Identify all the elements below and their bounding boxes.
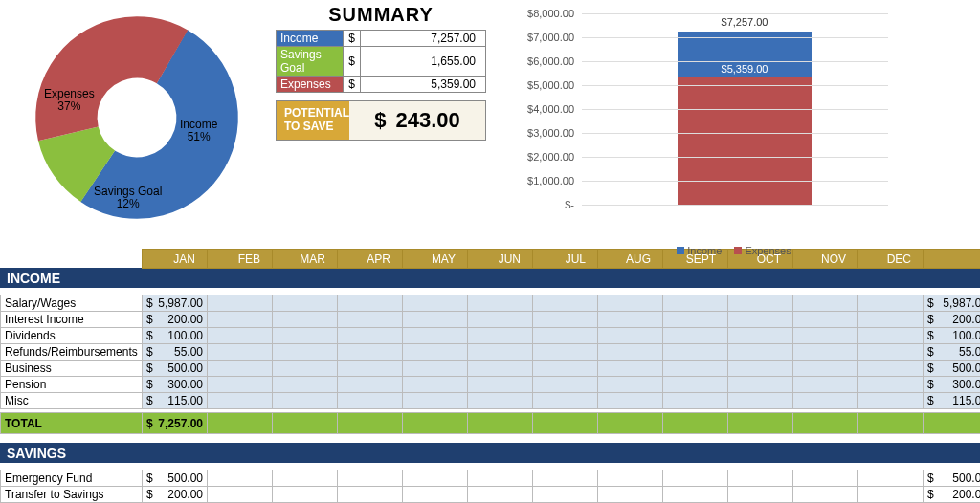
cell[interactable] [533,487,598,503]
cell[interactable]: $200.00 [143,487,208,503]
cell[interactable] [663,393,728,409]
cell[interactable] [793,295,858,312]
cell[interactable] [663,312,728,328]
cell[interactable] [663,470,728,487]
cell[interactable] [403,361,468,377]
cell[interactable] [793,328,858,344]
cell[interactable] [273,377,338,393]
cell[interactable] [208,295,273,312]
cell[interactable] [208,393,273,409]
cell[interactable] [793,361,858,377]
cell[interactable] [468,361,533,377]
cell[interactable] [533,344,598,361]
cell[interactable] [858,328,924,344]
cell[interactable]: $300.00 [143,377,208,393]
cell[interactable] [273,328,338,344]
cell[interactable] [533,295,598,312]
cell[interactable] [273,470,338,487]
cell[interactable] [663,487,728,503]
cell[interactable] [468,312,533,328]
cell[interactable] [533,393,598,409]
cell[interactable] [858,361,924,377]
cell[interactable] [338,328,403,344]
cell[interactable] [793,344,858,361]
cell[interactable] [338,487,403,503]
cell[interactable]: $55.00 [143,344,208,361]
cell[interactable] [793,377,858,393]
cell[interactable] [663,295,728,312]
cell[interactable] [208,361,273,377]
cell[interactable] [858,470,924,487]
cell[interactable] [728,312,793,328]
cell[interactable] [728,487,793,503]
cell[interactable] [208,328,273,344]
cell[interactable] [273,295,338,312]
cell[interactable] [273,393,338,409]
cell[interactable] [208,377,273,393]
cell[interactable] [338,344,403,361]
cell[interactable] [533,470,598,487]
cell[interactable] [728,377,793,393]
cell[interactable] [598,487,663,503]
cell[interactable] [468,328,533,344]
cell[interactable] [598,377,663,393]
cell[interactable] [273,312,338,328]
cell[interactable] [533,328,598,344]
cell[interactable] [533,377,598,393]
cell[interactable] [403,487,468,503]
cell[interactable] [468,487,533,503]
income-total-jan[interactable]: $7,257.00 [143,413,208,434]
cell[interactable] [468,377,533,393]
cell[interactable] [858,295,924,312]
cell[interactable]: $100.00 [143,328,208,344]
cell[interactable] [663,361,728,377]
cell[interactable] [728,470,793,487]
cell[interactable] [598,344,663,361]
cell[interactable]: $5,987.00 [143,295,208,312]
cell[interactable] [793,470,858,487]
cell[interactable]: $500.00 [143,470,208,487]
cell[interactable] [468,295,533,312]
cell[interactable] [338,393,403,409]
cell[interactable] [273,361,338,377]
cell[interactable] [728,344,793,361]
cell[interactable] [598,328,663,344]
cell[interactable] [338,312,403,328]
cell[interactable] [598,312,663,328]
cell[interactable] [403,328,468,344]
cell[interactable] [403,377,468,393]
cell[interactable] [273,487,338,503]
cell[interactable] [728,393,793,409]
cell[interactable] [468,344,533,361]
cell[interactable] [598,393,663,409]
cell[interactable] [793,393,858,409]
cell[interactable] [338,361,403,377]
cell[interactable] [338,470,403,487]
cell[interactable] [793,487,858,503]
cell[interactable] [338,377,403,393]
cell[interactable] [663,328,728,344]
cell[interactable] [533,312,598,328]
cell[interactable] [208,344,273,361]
cell[interactable] [338,295,403,312]
cell[interactable] [403,295,468,312]
cell[interactable] [858,344,924,361]
cell[interactable] [598,361,663,377]
cell[interactable] [403,393,468,409]
cell[interactable] [533,361,598,377]
cell[interactable] [598,295,663,312]
cell[interactable] [403,312,468,328]
cell[interactable] [273,344,338,361]
cell[interactable] [403,470,468,487]
cell[interactable] [728,295,793,312]
cell[interactable] [858,393,924,409]
cell[interactable] [208,470,273,487]
cell[interactable] [208,312,273,328]
cell[interactable] [468,470,533,487]
cell[interactable]: $115.00 [143,393,208,409]
cell[interactable] [793,312,858,328]
cell[interactable]: $500.00 [143,361,208,377]
cell[interactable] [728,361,793,377]
cell[interactable] [663,377,728,393]
cell[interactable] [728,328,793,344]
